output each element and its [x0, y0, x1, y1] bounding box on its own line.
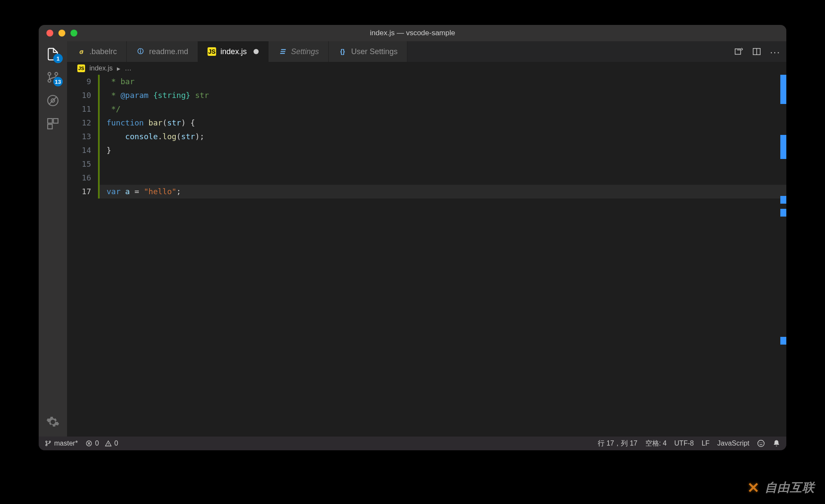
overview-mark[interactable] — [780, 209, 786, 217]
svg-rect-4 — [48, 119, 52, 123]
dirty-indicator-icon — [254, 49, 259, 54]
vscode-window: index.js — vscode-sample 1 13 — [39, 25, 786, 450]
svg-point-20 — [761, 443, 762, 443]
split-editor-icon[interactable] — [752, 47, 761, 56]
tab-readme[interactable]: ⓘ readme.md — [127, 41, 198, 62]
status-notifications[interactable] — [773, 440, 780, 447]
editor-tabs: ɞ .babelrc ⓘ readme.md JS index.js ☰ Set… — [67, 41, 786, 62]
editor-body: 1 13 ɞ .babelrc — [39, 41, 786, 437]
status-language[interactable]: JavaScript — [717, 440, 749, 447]
code-line[interactable]: function bar(str) { — [100, 116, 786, 130]
chevron-right-icon: ▸ — [117, 64, 120, 73]
status-git-branch[interactable]: master* — [45, 440, 78, 447]
close-icon[interactable] — [46, 30, 53, 37]
tab-babelrc[interactable]: ɞ .babelrc — [67, 41, 127, 62]
extensions-icon — [46, 117, 60, 131]
window-title: index.js — vscode-sample — [370, 29, 455, 37]
status-problems[interactable]: 0 0 — [86, 440, 118, 447]
tab-label: Settings — [291, 47, 319, 56]
tab-label: readme.md — [149, 47, 188, 56]
svg-point-2 — [55, 73, 58, 76]
braces-icon: {} — [338, 47, 347, 56]
status-feedback[interactable] — [757, 440, 765, 447]
compare-changes-icon[interactable] — [734, 47, 743, 56]
tab-label: User Settings — [351, 47, 397, 56]
activity-debug[interactable] — [45, 93, 61, 108]
svg-point-12 — [49, 441, 50, 442]
line-number: 11 — [67, 102, 91, 116]
line-number: 12 — [67, 116, 91, 130]
activity-bar: 1 13 — [39, 41, 67, 437]
line-number: 15 — [67, 157, 91, 171]
list-icon: ☰ — [278, 47, 287, 56]
overview-mark[interactable] — [780, 196, 786, 204]
tab-user-settings[interactable]: {} User Settings — [329, 41, 407, 62]
main-area: ɞ .babelrc ⓘ readme.md JS index.js ☰ Set… — [67, 41, 786, 437]
status-eol[interactable]: LF — [702, 440, 710, 447]
breadcrumbs[interactable]: JS index.js ▸ … — [67, 62, 786, 75]
overview-mark[interactable] — [780, 337, 786, 345]
status-cursor[interactable]: 行 17，列 17 — [598, 439, 637, 448]
overview-mark[interactable] — [780, 135, 786, 159]
code-line[interactable]: */ — [100, 102, 786, 116]
svg-point-19 — [760, 443, 761, 443]
smiley-icon — [757, 440, 765, 447]
svg-rect-7 — [735, 49, 741, 55]
titlebar: index.js — vscode-sample — [39, 25, 786, 41]
warning-icon — [105, 440, 112, 447]
code-line[interactable]: * @param {string} str — [100, 89, 786, 102]
status-encoding[interactable]: UTF-8 — [674, 440, 694, 447]
svg-point-11 — [46, 444, 47, 446]
overview-ruler[interactable] — [780, 75, 786, 437]
tab-label: .babelrc — [89, 47, 117, 56]
js-icon: JS — [208, 47, 216, 56]
scm-badge: 13 — [53, 77, 63, 86]
status-indent[interactable]: 空格: 4 — [645, 439, 667, 448]
tab-indexjs[interactable]: JS index.js — [198, 41, 269, 62]
svg-point-0 — [48, 73, 51, 76]
babel-icon: ɞ — [76, 47, 85, 56]
bell-icon — [773, 440, 780, 447]
svg-rect-5 — [53, 119, 58, 123]
no-bug-icon — [46, 94, 60, 107]
editor-actions: ··· — [727, 41, 786, 62]
code-line[interactable]: } — [100, 144, 786, 157]
line-number: 14 — [67, 144, 91, 157]
code-line[interactable]: var a = "hello"; — [100, 185, 786, 199]
activity-extensions[interactable] — [45, 116, 61, 131]
minimize-icon[interactable] — [58, 30, 65, 37]
activity-scm[interactable]: 13 — [45, 70, 61, 85]
window-controls — [46, 30, 77, 37]
more-actions-icon[interactable]: ··· — [770, 47, 779, 56]
line-number: 9 — [67, 75, 91, 89]
code-content[interactable]: * bar * @param {string} str */function b… — [100, 75, 786, 437]
line-number: 13 — [67, 130, 91, 144]
watermark-text: 自由互联 — [765, 480, 815, 496]
svg-point-1 — [48, 79, 51, 82]
activity-explorer[interactable]: 1 — [45, 46, 61, 62]
overview-mark[interactable] — [780, 75, 786, 104]
info-icon: ⓘ — [136, 47, 145, 56]
line-number: 17 — [67, 185, 91, 199]
gear-icon — [46, 415, 60, 429]
watermark-x-icon: ✕ — [747, 479, 760, 496]
code-line[interactable] — [100, 171, 786, 185]
tab-settings[interactable]: ☰ Settings — [269, 41, 329, 62]
code-line[interactable]: * bar — [100, 75, 786, 89]
page-watermark: ✕ 自由互联 — [747, 479, 815, 496]
breadcrumb-file: index.js — [89, 64, 113, 72]
status-bar: master* 0 0 行 17，列 17 空格: 4 UTF-8 LF Jav… — [39, 437, 786, 450]
branch-icon — [45, 440, 52, 447]
line-number: 16 — [67, 171, 91, 185]
svg-point-10 — [46, 441, 47, 442]
maximize-icon[interactable] — [70, 30, 77, 37]
activity-settings[interactable] — [45, 414, 61, 430]
code-line[interactable] — [100, 157, 786, 171]
code-line[interactable]: console.log(str); — [100, 130, 786, 144]
line-number-gutter: 91011121314151617 — [67, 75, 98, 437]
js-icon: JS — [77, 64, 85, 72]
code-editor[interactable]: 91011121314151617 * bar * @param {string… — [67, 75, 786, 437]
svg-point-18 — [758, 440, 764, 447]
svg-rect-6 — [48, 124, 52, 129]
breadcrumb-more: … — [125, 64, 131, 72]
